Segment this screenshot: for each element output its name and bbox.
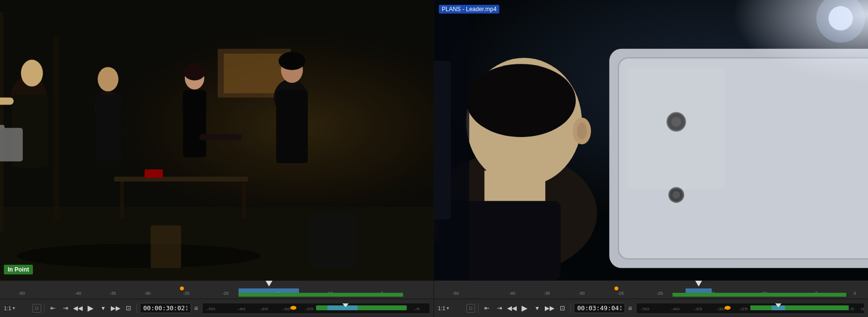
svg-rect-5 xyxy=(53,37,60,220)
tick-label: -30 xyxy=(578,291,584,296)
right-audio-meter: -50 -40 -35 -30 -25 -20 -15 -10 -5 0 xyxy=(637,303,864,313)
svg-rect-20 xyxy=(96,94,121,161)
right-play-arrow-btn[interactable]: ▾ xyxy=(532,303,542,314)
right-trim-btn[interactable]: ⊡ xyxy=(557,303,568,314)
tick-label: -20 xyxy=(222,291,228,296)
svg-rect-3 xyxy=(0,0,434,207)
svg-point-23 xyxy=(183,63,205,80)
right-mark-in-btn[interactable]: ⇤ xyxy=(481,303,492,314)
left-ruler[interactable]: -50 -40 -35 -30 -25 -20 -15 -10 -5 xyxy=(0,281,434,299)
right-timecode[interactable]: 00:03:49:04 ▲ ▼ xyxy=(574,303,625,313)
right-square-btn[interactable]: □ xyxy=(466,304,475,313)
right-timecode-spinners[interactable]: ▲ ▼ xyxy=(620,305,622,312)
right-controls-bar: 1:1 ▾ □ ⇤ ⇥ ◀◀ ▶ ▾ ▶▶ ⊡ 00:03:49:04 ▲ ▼ … xyxy=(434,299,868,317)
right-zoom-value: 1:1 xyxy=(438,305,445,311)
right-timecode-value: 00:03:49:04 xyxy=(577,304,619,312)
svg-rect-15 xyxy=(0,97,14,105)
svg-text:-30: -30 xyxy=(717,306,725,311)
left-play-arrow-btn[interactable]: ▾ xyxy=(98,303,108,314)
right-zoom-dropdown[interactable]: ▾ xyxy=(447,305,449,311)
svg-rect-10 xyxy=(242,181,246,218)
right-rewind-btn[interactable]: ◀◀ xyxy=(507,303,517,314)
svg-point-45 xyxy=(291,306,297,310)
svg-text:-40: -40 xyxy=(671,306,680,311)
right-ruler[interactable]: -50 -40 -35 -30 -25 -20 -15 -10 -5 0 xyxy=(434,281,868,299)
left-orange-marker xyxy=(180,287,184,290)
svg-point-28 xyxy=(279,52,305,70)
right-play-btn[interactable]: ▶ xyxy=(519,303,530,314)
tick-label: -30 xyxy=(144,291,150,296)
left-mark-out-btn[interactable]: ⇥ xyxy=(60,303,71,314)
svg-rect-32 xyxy=(309,213,358,268)
separator xyxy=(44,303,45,313)
svg-text:-50: -50 xyxy=(641,306,649,311)
left-zoom-display: 1:1 ▾ xyxy=(4,305,30,311)
right-orange-marker xyxy=(614,287,618,290)
left-mark-in-btn[interactable]: ⇤ xyxy=(47,303,58,314)
left-video-area[interactable]: In Point xyxy=(0,0,434,280)
svg-text:0: 0 xyxy=(861,306,864,311)
right-menu-btn[interactable]: ≡ xyxy=(627,304,633,312)
right-mark-out-btn[interactable]: ⇥ xyxy=(494,303,505,314)
left-zoom-dropdown[interactable]: ▾ xyxy=(13,305,15,311)
right-video-area[interactable]: PLANS - Leader.mp4 xyxy=(434,0,868,280)
right-ff-btn[interactable]: ▶▶ xyxy=(544,303,555,314)
svg-rect-16 xyxy=(0,128,23,161)
svg-text:-35: -35 xyxy=(260,307,269,311)
svg-point-13 xyxy=(21,60,43,86)
right-zoom-display: 1:1 ▾ xyxy=(438,305,464,311)
left-square-btn[interactable]: □ xyxy=(32,304,41,313)
left-timecode-spinners[interactable]: ▲ ▼ xyxy=(186,305,188,312)
right-video-frame: PLANS - Leader.mp4 xyxy=(434,0,868,280)
left-timeline[interactable]: -50 -40 -35 -30 -25 -20 -15 -10 -5 xyxy=(0,280,434,299)
separator xyxy=(570,303,571,313)
separator xyxy=(136,303,137,313)
left-play-btn[interactable]: ▶ xyxy=(85,303,96,314)
left-zoom-value: 1:1 xyxy=(4,305,11,311)
svg-rect-7 xyxy=(224,54,284,93)
tick-label: -50 xyxy=(18,291,25,296)
left-trim-btn[interactable]: ⊡ xyxy=(123,303,134,314)
svg-text:-5: -5 xyxy=(849,306,854,311)
svg-rect-8 xyxy=(114,177,248,181)
left-ff-btn[interactable]: ▶▶ xyxy=(110,303,121,314)
tick-label: -40 xyxy=(509,291,515,296)
left-timecode-value: 00:00:30:02 xyxy=(143,304,185,312)
svg-rect-24 xyxy=(183,90,206,157)
right-tc-down[interactable]: ▼ xyxy=(620,308,622,312)
left-tc-down[interactable]: ▼ xyxy=(186,308,188,312)
svg-point-30 xyxy=(17,243,260,268)
svg-text:-35: -35 xyxy=(694,306,703,311)
svg-text:-5: -5 xyxy=(415,307,420,311)
left-rewind-btn[interactable]: ◀◀ xyxy=(73,303,83,314)
svg-rect-4 xyxy=(0,12,3,231)
tick-label: 0 xyxy=(854,291,856,296)
svg-rect-25 xyxy=(199,134,242,140)
right-green-bar xyxy=(673,293,846,297)
tick-label: -25 xyxy=(617,291,624,296)
svg-rect-2 xyxy=(0,207,434,280)
left-menu-btn[interactable]: ≡ xyxy=(193,304,199,312)
right-timeline[interactable]: -50 -40 -35 -30 -25 -20 -15 -10 -5 0 xyxy=(434,280,868,299)
tick-label: -25 xyxy=(183,291,190,296)
svg-rect-29 xyxy=(276,90,308,163)
svg-rect-44 xyxy=(328,305,358,310)
right-file-label: PLANS - Leader.mp4 xyxy=(439,5,499,14)
svg-rect-9 xyxy=(120,181,124,218)
left-timecode[interactable]: 00:00:30:02 ▲ ▼ xyxy=(140,303,191,313)
svg-text:-25: -25 xyxy=(305,307,314,311)
svg-rect-17 xyxy=(0,125,4,131)
tick-label: -50 xyxy=(452,291,459,296)
left-video-frame: In Point xyxy=(0,0,434,280)
svg-text:-40: -40 xyxy=(237,307,246,311)
right-playhead[interactable] xyxy=(695,281,702,287)
right-viewer-panel: PLANS - Leader.mp4 -50 -40 -35 -30 -25 -… xyxy=(434,0,868,317)
svg-rect-11 xyxy=(145,169,163,178)
svg-rect-69 xyxy=(434,0,868,280)
svg-point-19 xyxy=(98,67,119,91)
left-playhead[interactable] xyxy=(266,281,272,287)
in-point-badge: In Point xyxy=(4,265,33,274)
tick-label: -40 xyxy=(75,291,81,296)
left-green-bar xyxy=(239,293,403,297)
left-audio-meter: -50 -40 -35 -30 -25 -20 -15 -10 -5 xyxy=(203,303,430,313)
